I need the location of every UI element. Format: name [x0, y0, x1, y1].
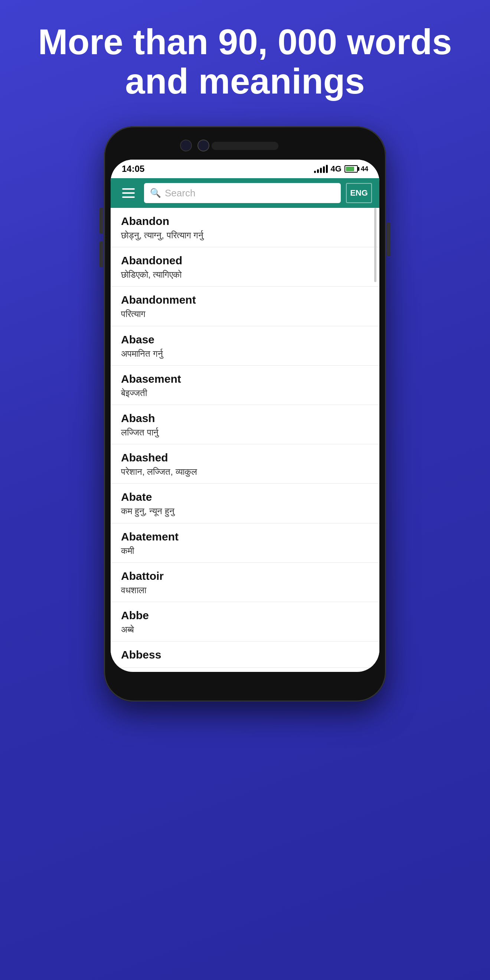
battery-fill [346, 167, 354, 171]
list-item[interactable]: Abbess [111, 641, 379, 668]
status-right: 4G 44 [314, 164, 368, 174]
search-box[interactable]: 🔍 Search [144, 183, 341, 203]
word-nepali: वधशाला [121, 584, 369, 596]
list-item[interactable]: Abaseअपमानित गर्नु [111, 326, 379, 366]
phone-camera-right [197, 140, 209, 151]
battery-percent: 44 [361, 165, 368, 173]
battery-icon [345, 165, 358, 173]
word-nepali: लज्जित पार्नु [121, 426, 369, 438]
search-icon: 🔍 [150, 188, 161, 198]
signal-icon [314, 165, 328, 173]
word-english: Abbe [121, 609, 369, 622]
list-item[interactable]: Abashedपरेशान, लज्जित, व्याकुल [111, 444, 379, 484]
word-english: Abash [121, 412, 369, 425]
word-nepali: बेइज्जती [121, 387, 369, 399]
search-placeholder: Search [165, 188, 195, 199]
word-nepali: परित्याग [121, 308, 369, 320]
list-item[interactable]: Abandonmentपरित्याग [111, 286, 379, 326]
word-english: Abase [121, 333, 369, 346]
phone-speaker [212, 142, 278, 150]
language-button[interactable]: ENG [346, 183, 372, 203]
scrollbar[interactable] [374, 208, 376, 282]
phone-mockup: 14:05 4G 44 [104, 126, 386, 943]
list-item[interactable]: Abandonछोड्नु, त्याग्नु, परित्याग गर्नु [111, 208, 379, 247]
menu-line-3 [122, 196, 135, 198]
hero-title: More than 90, 000 words and meanings [0, 22, 490, 100]
menu-line-1 [122, 188, 135, 190]
menu-button[interactable] [118, 183, 139, 204]
list-item[interactable]: Abatementकमी [111, 523, 379, 563]
phone-camera-left [180, 140, 192, 151]
list-item[interactable]: Abashलज्जित पार्नु [111, 405, 379, 444]
word-english: Abate [121, 490, 369, 504]
word-english: Abandon [121, 215, 369, 228]
word-nepali: छोडिएको, त्यागिएको [121, 269, 369, 280]
word-english: Abatement [121, 530, 369, 544]
status-bar: 14:05 4G 44 [111, 160, 379, 178]
word-nepali: अब्बे [121, 624, 369, 635]
list-item[interactable]: Abandonedछोडिएको, त्यागिएको [111, 247, 379, 286]
word-nepali: अपमानित गर्नु [121, 348, 369, 360]
phone-screen: 14:05 4G 44 [111, 160, 379, 672]
phone-shell: 14:05 4G 44 [104, 126, 386, 702]
status-time: 14:05 [122, 164, 145, 174]
list-item[interactable]: Abattoirवधशाला [111, 563, 379, 602]
word-english: Abasement [121, 372, 369, 386]
list-item[interactable]: Abbeअब्बे [111, 602, 379, 641]
word-list: Abandonछोड्नु, त्याग्नु, परित्याग गर्नुA… [111, 208, 379, 668]
word-english: Abbess [121, 648, 369, 662]
menu-line-2 [122, 192, 135, 194]
phone-volume-down [100, 241, 103, 267]
word-nepali: कमी [121, 545, 369, 557]
phone-volume-up [100, 208, 103, 234]
network-type: 4G [331, 164, 342, 174]
list-item[interactable]: Abateकम हुनु, न्यून हुनु [111, 484, 379, 523]
word-english: Abattoir [121, 570, 369, 583]
word-nepali: छोड्नु, त्याग्नु, परित्याग गर्नु [121, 229, 369, 241]
word-nepali: कम हुनु, न्यून हुनु [121, 505, 369, 517]
phone-power-button [387, 223, 390, 256]
app-bar: 🔍 Search ENG [111, 178, 379, 208]
list-item[interactable]: Abasementबेइज्जती [111, 366, 379, 405]
word-nepali: परेशान, लज्जित, व्याकुल [121, 466, 369, 477]
word-english: Abandonment [121, 293, 369, 307]
word-english: Abandoned [121, 254, 369, 267]
word-english: Abashed [121, 451, 369, 465]
